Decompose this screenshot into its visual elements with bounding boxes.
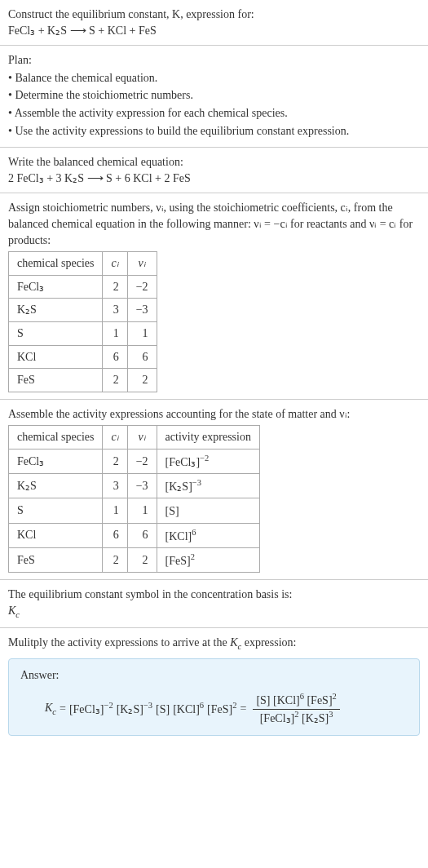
plan-list: Balance the chemical equation. Determine… [8, 70, 420, 139]
table-row: KCl 6 6 [9, 345, 157, 369]
cell-species: FeS [9, 369, 103, 392]
cell-ci: 2 [103, 275, 127, 299]
term-exp: 6 [300, 692, 304, 701]
term-exp: −2 [104, 701, 113, 710]
term: [K₂S]3 [302, 712, 333, 724]
term-exp: 6 [200, 701, 204, 710]
table-header-row: chemical species cᵢ νᵢ [9, 252, 157, 276]
cell-expr: [K₂S]−3 [157, 474, 259, 498]
col-vi: νᵢ [127, 252, 157, 276]
answer-box: Answer: Kc = [FeCl₃]−2 [K₂S]−3 [S] [KCl]… [8, 658, 420, 736]
term-base: [S] [256, 694, 270, 706]
cell-vi: −2 [127, 275, 157, 299]
term: [FeCl₃]−2 [69, 700, 113, 717]
cell-ci: 6 [103, 523, 127, 547]
cell-vi: 2 [127, 547, 157, 572]
col-ci: cᵢ [103, 252, 127, 276]
table-row: S 1 1 [9, 321, 157, 345]
multiply-title: Mulitply the activity expressions to arr… [8, 635, 420, 653]
table-row: S 1 1 [S] [9, 498, 260, 523]
unbalanced-equation: FeCl₃ + K₂S ⟶ S + KCl + FeS [8, 23, 420, 39]
cell-vi: −3 [127, 299, 157, 322]
cell-ci: 2 [103, 369, 127, 392]
cell-species: KCl [9, 523, 103, 547]
expr-base: [KCl] [165, 529, 192, 542]
col-species: chemical species [9, 426, 103, 450]
cell-ci: 1 [103, 498, 127, 523]
cell-ci: 6 [103, 345, 127, 369]
term-exp: 2 [333, 692, 337, 701]
cell-ci: 2 [103, 449, 127, 473]
table-row: K₂S 3 −3 [9, 299, 157, 322]
plan-title: Plan: [8, 52, 420, 69]
term-exp: 2 [232, 701, 236, 710]
term-base: [K₂S] [302, 712, 329, 724]
construct-prompt: Construct the equilibrium constant, K, e… [0, 0, 428, 46]
term-base: [K₂S] [117, 703, 143, 715]
table-row: FeS 2 2 [9, 369, 157, 392]
table-row: KCl 6 6 [KCl]6 [9, 523, 260, 547]
cell-species: S [9, 498, 103, 523]
plan-section: Plan: Balance the chemical equation. Det… [0, 46, 428, 148]
cell-vi: 1 [127, 321, 157, 345]
cell-ci: 2 [103, 547, 127, 572]
cell-ci: 1 [103, 321, 127, 345]
col-species: chemical species [9, 252, 103, 276]
cell-vi: 6 [127, 345, 157, 369]
balanced-section: Write the balanced chemical equation: 2 … [0, 148, 428, 193]
term: [KCl]6 [273, 694, 304, 706]
plan-item: Assemble the activity expression for eac… [8, 105, 420, 122]
activity-section: Assemble the activity expressions accoun… [0, 400, 428, 580]
cell-vi: 6 [127, 523, 157, 547]
cell-vi: 2 [127, 369, 157, 392]
term: [KCl]6 [173, 700, 204, 717]
term-base: [KCl] [173, 703, 200, 715]
expr-base: [FeCl₃] [165, 456, 201, 468]
cell-expr: [S] [157, 498, 259, 523]
term: [FeS]2 [307, 694, 336, 706]
cell-species: K₂S [9, 474, 103, 498]
cell-ci: 3 [103, 299, 127, 322]
expr-base: [S] [165, 505, 179, 517]
fraction: [S] [KCl]6 [FeS]2 [FeCl₃]2 [K₂S]3 [253, 691, 339, 727]
term: [S] [156, 700, 170, 717]
term: [S] [256, 694, 270, 706]
equals-sign: = [240, 701, 246, 717]
cell-species: FeS [9, 547, 103, 572]
cell-expr: [FeCl₃]−2 [157, 449, 259, 473]
expr-base: [K₂S] [165, 480, 192, 493]
table-header-row: chemical species cᵢ νᵢ activity expressi… [9, 426, 260, 450]
expr-exp: 6 [192, 528, 196, 537]
cell-species: FeCl₃ [9, 275, 103, 299]
stoich-intro: Assign stoichiometric numbers, νᵢ, using… [8, 200, 420, 248]
fraction-numerator: [S] [KCl]6 [FeS]2 [253, 691, 339, 709]
term: [FeS]2 [207, 700, 236, 717]
kc-symbol-section: The equilibrium constant symbol in the c… [0, 580, 428, 628]
col-expr: activity expression [157, 426, 259, 450]
activity-table: chemical species cᵢ νᵢ activity expressi… [8, 425, 260, 573]
cell-vi: −3 [127, 474, 157, 498]
plan-item: Determine the stoichiometric numbers. [8, 87, 420, 104]
term-exp: 3 [329, 711, 333, 720]
cell-species: FeCl₃ [9, 449, 103, 473]
term: [K₂S]−3 [117, 700, 152, 717]
prompt-line1: Construct the equilibrium constant, K, e… [8, 8, 254, 20]
fraction-denominator: [FeCl₃]2 [K₂S]3 [257, 710, 337, 727]
cell-species: KCl [9, 345, 103, 369]
col-vi: νᵢ [127, 426, 157, 450]
plan-item: Balance the chemical equation. [8, 70, 420, 86]
cell-ci: 3 [103, 474, 127, 498]
expr-exp: −2 [200, 454, 209, 463]
term-base: [FeCl₃] [260, 712, 295, 724]
expr-base: [FeS] [165, 555, 191, 567]
cell-species: S [9, 321, 103, 345]
answer-label: Answer: [20, 667, 408, 684]
term-base: [FeS] [307, 694, 332, 706]
equation-text: FeCl₃ + K₂S ⟶ S + KCl + FeS [8, 24, 157, 37]
kc-symbol-line: The equilibrium constant symbol in the c… [8, 587, 420, 603]
term-base: [KCl] [273, 694, 300, 706]
kc-expression: Kc = [FeCl₃]−2 [K₂S]−3 [S] [KCl]6 [FeS]2… [20, 691, 408, 727]
col-ci: cᵢ [103, 426, 127, 450]
table-row: K₂S 3 −3 [K₂S]−3 [9, 474, 260, 498]
expr-exp: 2 [191, 552, 195, 561]
